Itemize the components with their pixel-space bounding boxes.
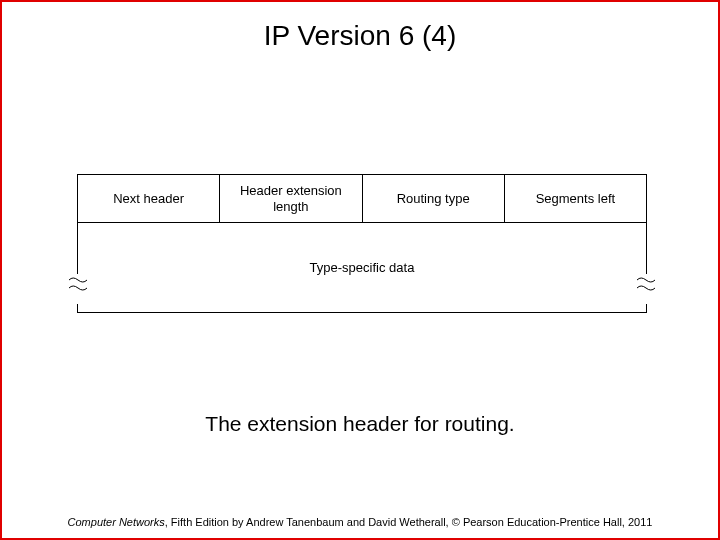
field-segments-left: Segments left <box>504 175 647 223</box>
footer-rest: , Fifth Edition by Andrew Tanenbaum and … <box>165 516 653 528</box>
break-mark-right <box>637 274 655 304</box>
footer-book-title: Computer Networks <box>68 516 165 528</box>
routing-header-figure: Next header Header extension length Rout… <box>77 174 647 313</box>
header-row: Next header Header extension length Rout… <box>77 174 647 223</box>
data-row: Type-specific data <box>77 223 647 313</box>
slide-footer: Computer Networks, Fifth Edition by Andr… <box>2 516 718 528</box>
slide-title: IP Version 6 (4) <box>2 20 718 52</box>
field-type-specific-data: Type-specific data <box>310 260 415 275</box>
field-next-header: Next header <box>77 175 219 223</box>
figure-caption: The extension header for routing. <box>2 412 718 436</box>
break-mark-left <box>69 274 87 304</box>
field-routing-type: Routing type <box>362 175 504 223</box>
field-header-ext-length: Header extension length <box>219 175 361 223</box>
